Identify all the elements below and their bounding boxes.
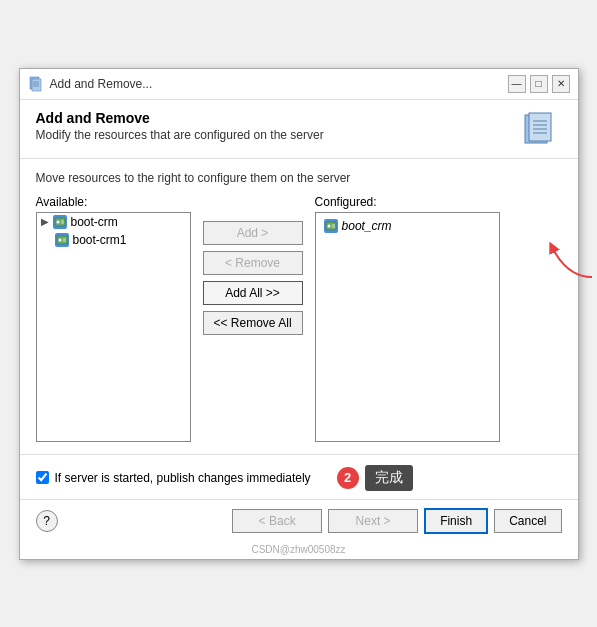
- annotation-2-label: 完成: [365, 465, 413, 491]
- publish-checkbox[interactable]: [36, 471, 49, 484]
- title-controls: — □ ✕: [508, 75, 570, 93]
- svg-point-12: [56, 220, 59, 223]
- list-item[interactable]: boot-crm1: [37, 231, 190, 249]
- available-section: Available: ▶ boot-crm: [36, 195, 191, 442]
- back-button[interactable]: < Back: [232, 509, 322, 533]
- resource-icon: [324, 219, 338, 233]
- transfer-buttons: Add > < Remove Add All >> << Remove All: [191, 221, 315, 335]
- next-button[interactable]: Next >: [328, 509, 418, 533]
- footer-buttons: < Back Next > Finish Cancel: [232, 508, 561, 534]
- header-text: Add and Remove Modify the resources that…: [36, 110, 324, 142]
- close-button[interactable]: ✕: [552, 75, 570, 93]
- header-subtitle: Modify the resources that are configured…: [36, 128, 324, 142]
- footer: ? < Back Next > Finish Cancel: [20, 499, 578, 542]
- help-button[interactable]: ?: [36, 510, 58, 532]
- svg-rect-1: [32, 79, 41, 91]
- content-description: Move resources to the right to configure…: [36, 171, 562, 185]
- annotation-2-number: 2: [337, 467, 359, 489]
- server-icon: [325, 220, 337, 232]
- two-column-layout: Available: ▶ boot-crm: [36, 195, 562, 442]
- header-icon: [522, 110, 562, 150]
- app-icon: [28, 76, 44, 92]
- configured-label: Configured:: [315, 195, 562, 209]
- annotation-1-container: 1 添加完成: [547, 242, 598, 282]
- finish-button[interactable]: Finish: [424, 508, 488, 534]
- checkbox-row: If server is started, publish changes im…: [20, 454, 578, 499]
- dialog: Add and Remove... — □ ✕ Add and Remove M…: [19, 68, 579, 560]
- add-button[interactable]: Add >: [203, 221, 303, 245]
- server-icon: [54, 216, 66, 228]
- available-item-1: boot-crm: [71, 215, 118, 229]
- header-section: Add and Remove Modify the resources that…: [20, 100, 578, 159]
- server-icon: [56, 234, 68, 246]
- title-bar: Add and Remove... — □ ✕: [20, 69, 578, 100]
- available-list: ▶ boot-crm: [36, 212, 191, 442]
- configured-list: boot_crm: [315, 212, 500, 442]
- configured-section: Configured: b: [315, 195, 562, 442]
- expand-arrow-icon: ▶: [41, 216, 49, 227]
- maximize-button[interactable]: □: [530, 75, 548, 93]
- svg-point-16: [58, 238, 61, 241]
- svg-point-20: [327, 224, 330, 227]
- available-item-2: boot-crm1: [73, 233, 127, 247]
- annotation-2-container: 2 完成: [337, 465, 413, 491]
- header-title: Add and Remove: [36, 110, 324, 126]
- minimize-button[interactable]: —: [508, 75, 526, 93]
- resource-icon: [55, 233, 69, 247]
- title-bar-left: Add and Remove...: [28, 76, 153, 92]
- svg-rect-6: [529, 113, 551, 141]
- remove-button[interactable]: < Remove: [203, 251, 303, 275]
- configured-item-label: boot_crm: [342, 219, 392, 233]
- list-item[interactable]: ▶ boot-crm: [37, 213, 190, 231]
- watermark: CSDN@zhw00508zz: [20, 542, 578, 559]
- annotation-arrow-1: [547, 242, 597, 282]
- dialog-title: Add and Remove...: [50, 77, 153, 91]
- publish-checkbox-label: If server is started, publish changes im…: [55, 471, 311, 485]
- content: Move resources to the right to configure…: [20, 159, 578, 454]
- cancel-button[interactable]: Cancel: [494, 509, 561, 533]
- document-stack-icon: [523, 111, 561, 149]
- configured-item[interactable]: boot_crm: [320, 217, 495, 235]
- resource-icon: [53, 215, 67, 229]
- available-label: Available:: [36, 195, 191, 209]
- remove-all-button[interactable]: << Remove All: [203, 311, 303, 335]
- add-all-button[interactable]: Add All >>: [203, 281, 303, 305]
